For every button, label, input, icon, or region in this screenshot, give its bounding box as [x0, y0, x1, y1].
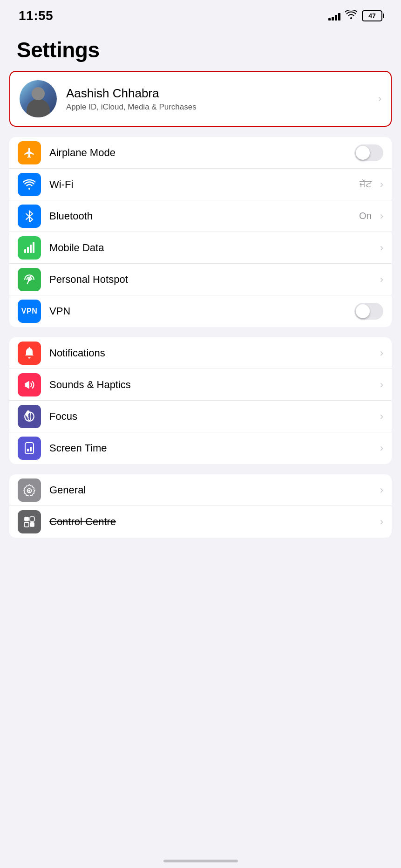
mobile-data-label: Mobile Data	[49, 242, 375, 254]
focus-chevron: ›	[380, 410, 383, 423]
mobile-data-chevron: ›	[380, 242, 383, 254]
control-centre-chevron: ›	[380, 516, 383, 528]
control-centre-row[interactable]: Control Centre ›	[9, 506, 392, 538]
notifications-group: Notifications › Sounds & Haptics ›	[9, 337, 392, 464]
svg-marker-6	[26, 381, 29, 389]
svg-rect-9	[27, 449, 29, 451]
status-bar: 11:55 47	[0, 0, 401, 28]
airplane-mode-label: Airplane Mode	[49, 147, 350, 159]
airplane-mode-toggle[interactable]	[354, 144, 383, 161]
sounds-chevron: ›	[380, 379, 383, 391]
svg-rect-3	[33, 242, 34, 253]
bluetooth-label: Bluetooth	[49, 210, 359, 222]
general-chevron: ›	[380, 484, 383, 496]
screen-time-icon	[18, 437, 41, 460]
notifications-icon	[18, 342, 41, 365]
profile-name: Aashish Chhabra	[66, 86, 374, 101]
wifi-chevron: ›	[380, 178, 383, 191]
profile-card[interactable]: Aashish Chhabra Apple ID, iCloud, Media …	[9, 71, 392, 127]
wifi-row[interactable]: Wi-Fi ਜੱਟ ›	[9, 169, 392, 200]
svg-rect-7	[25, 383, 26, 387]
airplane-mode-icon	[18, 141, 41, 164]
page-title: Settings	[0, 28, 401, 71]
airplane-mode-row[interactable]: Airplane Mode	[9, 137, 392, 169]
screen-time-row[interactable]: Screen Time ›	[9, 432, 392, 464]
status-time: 11:55	[19, 8, 53, 23]
svg-rect-5	[29, 347, 30, 349]
general-group: General › Control Centre ›	[9, 474, 392, 538]
svg-rect-0	[24, 249, 26, 253]
notifications-chevron: ›	[380, 347, 383, 359]
wifi-icon	[345, 10, 357, 22]
wifi-label: Wi-Fi	[49, 178, 360, 191]
bluetooth-icon	[18, 205, 41, 228]
focus-icon	[18, 405, 41, 428]
battery-icon: 47	[362, 10, 382, 21]
home-indicator	[163, 860, 238, 862]
wifi-settings-icon	[18, 173, 41, 196]
control-centre-icon	[18, 510, 41, 533]
svg-rect-8	[25, 443, 34, 454]
focus-row[interactable]: Focus ›	[9, 401, 392, 432]
personal-hotspot-chevron: ›	[380, 273, 383, 286]
svg-rect-13	[24, 517, 29, 521]
vpn-row[interactable]: VPN VPN	[9, 295, 392, 327]
sounds-haptics-row[interactable]: Sounds & Haptics ›	[9, 369, 392, 401]
screen-time-chevron: ›	[380, 442, 383, 454]
mobile-data-row[interactable]: Mobile Data ›	[9, 232, 392, 264]
general-row[interactable]: General ›	[9, 474, 392, 506]
mobile-data-icon	[18, 236, 41, 260]
vpn-icon: VPN	[18, 300, 41, 323]
notifications-label: Notifications	[49, 347, 375, 359]
focus-label: Focus	[49, 410, 375, 423]
wifi-value: ਜੱਟ	[360, 179, 372, 190]
general-icon	[18, 478, 41, 502]
profile-subtitle: Apple ID, iCloud, Media & Purchases	[66, 103, 374, 112]
svg-rect-16	[30, 522, 34, 527]
status-icons: 47	[328, 10, 382, 22]
svg-rect-15	[24, 522, 29, 527]
vpn-label: VPN	[49, 305, 350, 317]
svg-rect-2	[30, 245, 32, 253]
signal-icon	[328, 11, 340, 21]
personal-hotspot-label: Personal Hotspot	[49, 273, 375, 286]
screen-time-label: Screen Time	[49, 442, 375, 454]
svg-point-12	[28, 489, 30, 491]
sounds-icon	[18, 373, 41, 396]
personal-hotspot-row[interactable]: Personal Hotspot ›	[9, 264, 392, 295]
notifications-row[interactable]: Notifications ›	[9, 337, 392, 369]
vpn-label-badge: VPN	[21, 307, 37, 315]
control-centre-text: Control Centre	[49, 516, 116, 528]
general-label: General	[49, 484, 375, 496]
sounds-label: Sounds & Haptics	[49, 379, 375, 391]
svg-rect-14	[30, 517, 34, 521]
control-centre-label: Control Centre	[49, 516, 375, 528]
bluetooth-chevron: ›	[380, 210, 383, 222]
svg-rect-1	[27, 247, 29, 253]
connectivity-group: Airplane Mode Wi-Fi ਜੱਟ › Bluetooth On ›	[9, 137, 392, 327]
profile-info: Aashish Chhabra Apple ID, iCloud, Media …	[66, 86, 374, 112]
svg-rect-10	[30, 447, 32, 451]
bluetooth-row[interactable]: Bluetooth On ›	[9, 200, 392, 232]
profile-chevron: ›	[378, 93, 381, 105]
personal-hotspot-icon	[18, 268, 41, 291]
avatar	[20, 80, 57, 117]
bluetooth-value: On	[359, 211, 372, 221]
vpn-toggle[interactable]	[354, 303, 383, 320]
